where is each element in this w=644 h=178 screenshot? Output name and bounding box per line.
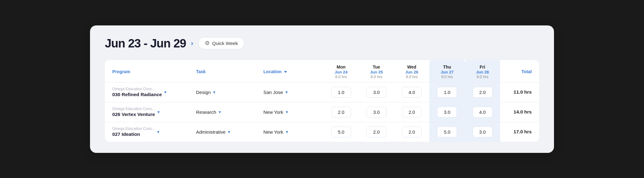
mon-date: Jun 24 bbox=[335, 70, 348, 74]
wed-hours-cell bbox=[394, 102, 429, 122]
program-name: 030 Refined Radiance bbox=[112, 92, 162, 97]
fri-column-header: Fri Jun 28 9.0 hrs bbox=[465, 60, 500, 82]
mon-hours-input[interactable] bbox=[331, 127, 351, 137]
wed-hours-input[interactable] bbox=[402, 127, 422, 137]
location-value: New York bbox=[264, 129, 283, 135]
program-cell: Omega Education Cons... 026 Vertex Ventu… bbox=[105, 102, 193, 122]
mon-hours-cell bbox=[324, 82, 359, 102]
wed-hours-input[interactable] bbox=[402, 87, 422, 98]
mon-name: Mon bbox=[337, 65, 346, 69]
main-card: Jun 23 - Jun 29 › ⚙ Quick Week Program T… bbox=[90, 25, 554, 153]
program-sub: Omega Education Cons... bbox=[112, 127, 155, 131]
date-range: Jun 23 - Jun 29 bbox=[105, 37, 186, 50]
tue-hours-cell bbox=[359, 82, 394, 102]
tue-column-header: Tue Jun 25 8.0 hrs bbox=[359, 60, 394, 82]
fri-hours-cell bbox=[465, 82, 500, 102]
location-cell: New York ▾ bbox=[260, 102, 324, 122]
total-cell: 11.0 hrs bbox=[500, 82, 539, 102]
timesheet-table: Program Task Location Mon Jun 24 8.0 hrs bbox=[105, 60, 539, 142]
fri-name: Fri bbox=[480, 65, 485, 69]
location-value: San Jose bbox=[264, 90, 283, 95]
total-cell: 17.0 hrs bbox=[500, 122, 539, 142]
task-dropdown-icon[interactable]: ▾ bbox=[219, 109, 221, 114]
task-dropdown-icon[interactable]: ▾ bbox=[213, 90, 215, 95]
program-sub: Omega Education Cons... bbox=[112, 87, 162, 91]
thu-hrs: 9.0 hrs bbox=[441, 75, 453, 79]
location-dropdown-icon[interactable]: ▾ bbox=[286, 109, 288, 114]
location-cell: San Jose ▾ bbox=[260, 82, 324, 102]
location-dropdown-icon[interactable]: ▾ bbox=[286, 90, 288, 95]
mon-column-header: Mon Jun 24 8.0 hrs bbox=[324, 60, 359, 82]
wed-hours-cell bbox=[394, 82, 429, 102]
program-name: 027 Ideation bbox=[112, 131, 155, 137]
program-cell: Omega Education Cons... 027 Ideation ▾ bbox=[105, 122, 193, 142]
task-value: Research bbox=[196, 109, 216, 115]
thu-column-header: Thu Jun 27 9.0 hrs bbox=[429, 60, 465, 82]
wed-column-header: Wed Jun 26 8.0 hrs bbox=[394, 60, 429, 82]
task-value: Administrative bbox=[196, 129, 225, 135]
mon-hours-cell bbox=[324, 102, 359, 122]
location-label: Location bbox=[264, 69, 282, 74]
tue-name: Tue bbox=[373, 65, 380, 69]
task-dropdown-icon[interactable]: ▾ bbox=[228, 129, 230, 134]
wed-name: Wed bbox=[407, 65, 416, 69]
fri-hrs: 9.0 hrs bbox=[477, 75, 488, 79]
quick-week-label: Quick Week bbox=[212, 41, 238, 46]
timesheet-table-wrap: Program Task Location Mon Jun 24 8.0 hrs bbox=[105, 60, 539, 142]
table-row: Omega Education Cons... 027 Ideation ▾ A… bbox=[105, 122, 539, 142]
fri-hours-input[interactable] bbox=[473, 87, 492, 98]
tue-hours-input[interactable] bbox=[367, 127, 386, 137]
thu-hours-input[interactable] bbox=[437, 107, 457, 118]
program-sub: Omega Education Cons... bbox=[112, 107, 155, 111]
quick-week-button[interactable]: ⚙ Quick Week bbox=[198, 37, 244, 49]
fri-hours-input[interactable] bbox=[473, 107, 492, 118]
wed-hours-input[interactable] bbox=[402, 107, 422, 118]
wed-hours-cell bbox=[394, 122, 429, 142]
location-value: New York bbox=[264, 109, 283, 115]
mon-hours-input[interactable] bbox=[331, 87, 351, 98]
thu-date: Jun 27 bbox=[441, 70, 454, 74]
tue-hours-input[interactable] bbox=[367, 87, 386, 98]
program-cell: Omega Education Cons... 030 Refined Radi… bbox=[105, 82, 193, 102]
location-cell: New York ▾ bbox=[260, 122, 324, 142]
program-name: 026 Vertex Venture bbox=[112, 112, 155, 117]
gear-icon: ⚙ bbox=[205, 40, 210, 47]
tue-date: Jun 25 bbox=[370, 70, 383, 74]
next-week-button[interactable]: › bbox=[191, 39, 193, 47]
thu-hours-cell bbox=[429, 122, 465, 142]
thu-hours-cell bbox=[429, 82, 465, 102]
task-cell: Administrative ▾ bbox=[193, 122, 260, 142]
tue-hours-cell bbox=[359, 102, 394, 122]
thu-hours-input[interactable] bbox=[437, 127, 457, 137]
table-row: Omega Education Cons... 030 Refined Radi… bbox=[105, 82, 539, 102]
mon-hrs: 8.0 hrs bbox=[335, 75, 347, 79]
wed-date: Jun 26 bbox=[405, 70, 418, 74]
tue-hrs: 8.0 hrs bbox=[371, 75, 382, 79]
location-column-header[interactable]: Location bbox=[260, 60, 324, 82]
task-value: Design bbox=[196, 90, 211, 95]
tue-hours-cell bbox=[359, 122, 394, 142]
total-cell: 14.0 hrs bbox=[500, 102, 539, 122]
thu-name: Thu bbox=[443, 65, 451, 69]
location-dropdown-icon[interactable]: ▾ bbox=[286, 129, 288, 134]
thu-hours-input[interactable] bbox=[437, 87, 457, 98]
program-column-header[interactable]: Program bbox=[105, 60, 193, 82]
program-dropdown-icon[interactable]: ▾ bbox=[157, 109, 160, 114]
fri-hours-cell bbox=[465, 122, 500, 142]
task-cell: Research ▾ bbox=[193, 102, 260, 122]
program-dropdown-icon[interactable]: ▾ bbox=[157, 129, 159, 134]
program-dropdown-icon[interactable]: ▾ bbox=[164, 90, 166, 95]
table-row: Omega Education Cons... 026 Vertex Ventu… bbox=[105, 102, 539, 122]
fri-hours-cell bbox=[465, 102, 500, 122]
tue-hours-input[interactable] bbox=[367, 107, 386, 118]
mon-hours-input[interactable] bbox=[331, 107, 351, 118]
fri-hours-input[interactable] bbox=[473, 127, 492, 137]
total-column-header: Total bbox=[500, 60, 539, 82]
mon-hours-cell bbox=[324, 122, 359, 142]
header-row: Jun 23 - Jun 29 › ⚙ Quick Week bbox=[105, 37, 539, 50]
task-cell: Design ▾ bbox=[193, 82, 260, 102]
fri-date: Jun 28 bbox=[476, 70, 489, 74]
task-column-header[interactable]: Task bbox=[193, 60, 260, 82]
location-filter-icon[interactable] bbox=[284, 71, 287, 73]
thu-hours-cell bbox=[429, 102, 465, 122]
